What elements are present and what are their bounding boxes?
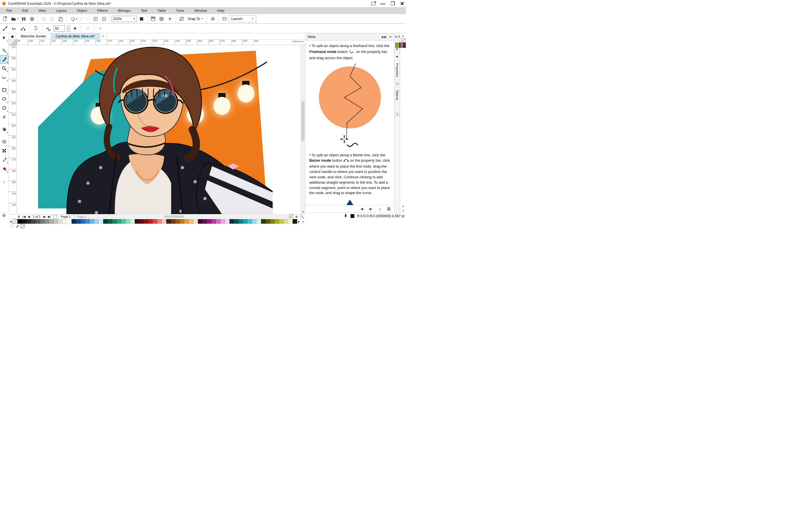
- color-swatch[interactable]: [112, 219, 117, 224]
- color-swatch[interactable]: [293, 219, 297, 224]
- pattern-tool[interactable]: [0, 147, 8, 155]
- paste-button[interactable]: [57, 15, 64, 23]
- pick-tool[interactable]: [0, 34, 8, 42]
- gear-icon[interactable]: [2, 213, 6, 219]
- color-swatch[interactable]: [266, 219, 270, 224]
- color-swatch[interactable]: [130, 219, 135, 224]
- palette-scroll-down[interactable]: ▼: [401, 205, 405, 209]
- add-button[interactable]: [96, 24, 104, 33]
- color-swatch[interactable]: [103, 219, 108, 224]
- save-button[interactable]: [20, 15, 28, 23]
- eyedropper-tool[interactable]: [0, 156, 8, 164]
- menu-view[interactable]: View: [33, 8, 51, 13]
- color-swatch[interactable]: [49, 219, 54, 224]
- no-fill-icon[interactable]: [20, 224, 24, 228]
- objects-icon[interactable]: ◇: [396, 81, 399, 86]
- show-rulers-button[interactable]: [149, 15, 157, 23]
- color-swatch[interactable]: [31, 219, 36, 224]
- freehand-smoothing-spinner[interactable]: ▲▼: [66, 25, 70, 32]
- color-swatch[interactable]: [108, 219, 112, 224]
- toolbox-add-button[interactable]: [0, 178, 8, 186]
- tab-document[interactable]: Cynthia de Melo Silva.cdr*: [51, 33, 100, 39]
- bounding-box-button[interactable]: [71, 24, 79, 33]
- two-point-line-mode-button[interactable]: [1, 24, 9, 33]
- properties-icon[interactable]: ✦: [396, 55, 399, 59]
- hints-pointer-icon[interactable]: ↖?: [395, 35, 400, 39]
- hints-header[interactable]: Hints ▶▶ ✕: [305, 33, 394, 41]
- color-swatch[interactable]: [274, 219, 279, 224]
- color-swatch[interactable]: [198, 219, 202, 224]
- menu-table[interactable]: Table: [152, 8, 171, 13]
- freehand-tool[interactable]: [0, 73, 8, 82]
- show-grid-button[interactable]: [158, 15, 165, 23]
- last-page-button[interactable]: ▶I: [47, 215, 52, 219]
- hints-home-button[interactable]: ⌂: [377, 207, 383, 212]
- docker-collapse-icon[interactable]: ▶▶: [382, 35, 387, 39]
- color-swatch[interactable]: [135, 219, 139, 224]
- color-swatch[interactable]: [144, 219, 148, 224]
- transparency-tool[interactable]: [0, 137, 8, 146]
- undo-button[interactable]: [68, 15, 76, 23]
- color-swatch[interactable]: [257, 219, 261, 224]
- tab-welcome[interactable]: Welcome Screen: [16, 33, 51, 39]
- color-swatch[interactable]: [225, 219, 230, 224]
- quick-customize-button[interactable]: [84, 24, 92, 33]
- home-tab[interactable]: [9, 33, 16, 39]
- color-swatch[interactable]: [71, 219, 76, 224]
- bezier-mode-button[interactable]: [19, 24, 27, 33]
- color-swatch[interactable]: [148, 219, 153, 224]
- docker-tab-objects[interactable]: Objects: [395, 87, 400, 103]
- color-swatch[interactable]: [248, 219, 252, 224]
- color-swatch[interactable]: [99, 219, 103, 224]
- color-swatch[interactable]: [207, 219, 211, 224]
- color-swatch[interactable]: [243, 219, 248, 224]
- palette-flyout-icon[interactable]: ◂: [402, 209, 404, 212]
- add-page-button[interactable]: [53, 215, 57, 218]
- color-swatch[interactable]: [211, 219, 216, 224]
- color-swatch[interactable]: [166, 219, 171, 224]
- color-swatch[interactable]: [81, 219, 85, 224]
- color-swatch[interactable]: [270, 219, 274, 224]
- color-swatch[interactable]: [189, 219, 193, 224]
- color-swatch[interactable]: [58, 219, 63, 224]
- color-swatch[interactable]: [157, 219, 162, 224]
- color-swatch[interactable]: [63, 219, 67, 224]
- first-page-button[interactable]: I◀: [21, 215, 27, 219]
- auto-close-button[interactable]: [32, 24, 40, 33]
- hints-forward-button[interactable]: ►: [368, 207, 374, 212]
- color-swatch[interactable]: [216, 219, 220, 224]
- freehand-mode-button[interactable]: [10, 24, 18, 33]
- color-swatch[interactable]: [175, 219, 180, 224]
- no-color-swatch-v[interactable]: [401, 38, 405, 43]
- color-swatch[interactable]: [45, 219, 49, 224]
- fill-tool[interactable]: [0, 165, 8, 173]
- color-swatch[interactable]: [94, 219, 99, 224]
- ellipse-tool[interactable]: [0, 95, 8, 103]
- color-swatch[interactable]: [117, 219, 121, 224]
- new-button[interactable]: +: [1, 15, 9, 23]
- color-swatch[interactable]: [180, 219, 185, 224]
- color-swatch[interactable]: [162, 219, 166, 224]
- edit-fill-icon[interactable]: [15, 224, 19, 228]
- color-swatch[interactable]: [230, 219, 234, 224]
- color-swatch[interactable]: [202, 219, 207, 224]
- color-swatch[interactable]: [220, 219, 225, 224]
- knife-tool[interactable]: [0, 55, 8, 64]
- palette-menu-icon[interactable]: ▸: [301, 220, 305, 223]
- vertical-ruler[interactable]: 2702602502402302202102001901801701601501…: [9, 45, 17, 214]
- color-swatch[interactable]: [406, 43, 406, 48]
- horizontal-scroll-thumb[interactable]: [164, 216, 184, 218]
- drop-shadow-tool[interactable]: [0, 125, 8, 133]
- page-tab-2[interactable]: Page 2: [74, 214, 90, 219]
- menu-effects[interactable]: Effects: [92, 8, 113, 13]
- options-button[interactable]: [209, 15, 217, 23]
- color-swatch[interactable]: [279, 219, 284, 224]
- palette-scroll-left[interactable]: ◀: [9, 220, 13, 223]
- color-swatch[interactable]: [288, 219, 293, 224]
- color-swatch[interactable]: [121, 219, 126, 224]
- launcher-icon[interactable]: [220, 15, 229, 23]
- menu-bitmaps[interactable]: Bitmaps: [113, 8, 136, 13]
- color-swatch[interactable]: [22, 219, 27, 224]
- import-button[interactable]: [92, 15, 100, 23]
- color-swatch[interactable]: [85, 219, 90, 224]
